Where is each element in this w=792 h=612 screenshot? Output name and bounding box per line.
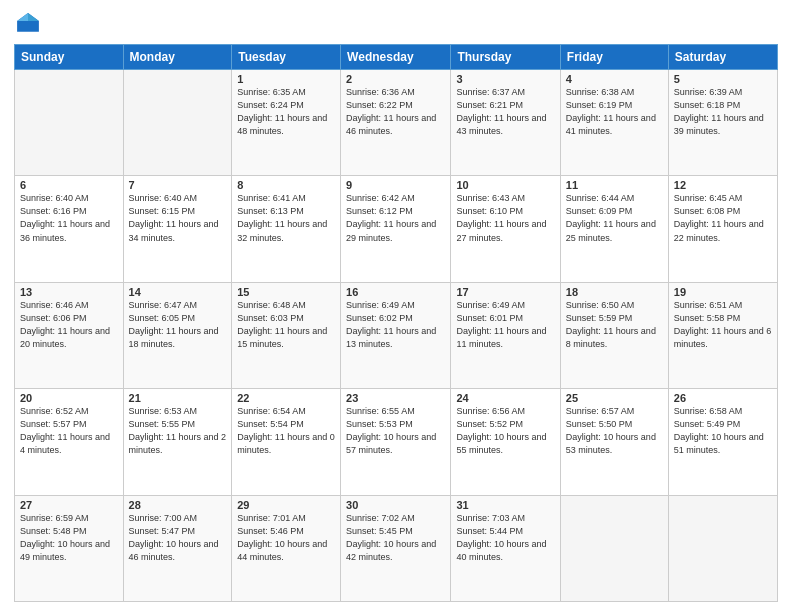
day-info: Sunrise: 6:41 AMSunset: 6:13 PMDaylight:… [237, 192, 335, 244]
day-cell: 23Sunrise: 6:55 AMSunset: 5:53 PMDayligh… [341, 389, 451, 495]
day-number: 27 [20, 499, 118, 511]
day-number: 4 [566, 73, 663, 85]
day-number: 30 [346, 499, 445, 511]
day-cell: 18Sunrise: 6:50 AMSunset: 5:59 PMDayligh… [560, 282, 668, 388]
day-info: Sunrise: 6:49 AMSunset: 6:02 PMDaylight:… [346, 299, 445, 351]
weekday-header-wednesday: Wednesday [341, 45, 451, 70]
day-info: Sunrise: 6:37 AMSunset: 6:21 PMDaylight:… [456, 86, 554, 138]
day-cell [560, 495, 668, 601]
day-info: Sunrise: 6:40 AMSunset: 6:16 PMDaylight:… [20, 192, 118, 244]
day-info: Sunrise: 6:55 AMSunset: 5:53 PMDaylight:… [346, 405, 445, 457]
day-number: 25 [566, 392, 663, 404]
day-info: Sunrise: 6:58 AMSunset: 5:49 PMDaylight:… [674, 405, 772, 457]
day-cell: 27Sunrise: 6:59 AMSunset: 5:48 PMDayligh… [15, 495, 124, 601]
day-number: 2 [346, 73, 445, 85]
day-number: 21 [129, 392, 227, 404]
day-number: 31 [456, 499, 554, 511]
week-row-2: 6Sunrise: 6:40 AMSunset: 6:16 PMDaylight… [15, 176, 778, 282]
day-number: 1 [237, 73, 335, 85]
day-info: Sunrise: 6:40 AMSunset: 6:15 PMDaylight:… [129, 192, 227, 244]
day-cell: 30Sunrise: 7:02 AMSunset: 5:45 PMDayligh… [341, 495, 451, 601]
day-info: Sunrise: 6:48 AMSunset: 6:03 PMDaylight:… [237, 299, 335, 351]
day-cell: 12Sunrise: 6:45 AMSunset: 6:08 PMDayligh… [668, 176, 777, 282]
weekday-header-tuesday: Tuesday [232, 45, 341, 70]
day-number: 23 [346, 392, 445, 404]
day-cell: 25Sunrise: 6:57 AMSunset: 5:50 PMDayligh… [560, 389, 668, 495]
day-cell: 1Sunrise: 6:35 AMSunset: 6:24 PMDaylight… [232, 70, 341, 176]
day-number: 9 [346, 179, 445, 191]
day-cell: 5Sunrise: 6:39 AMSunset: 6:18 PMDaylight… [668, 70, 777, 176]
day-info: Sunrise: 7:00 AMSunset: 5:47 PMDaylight:… [129, 512, 227, 564]
day-number: 22 [237, 392, 335, 404]
day-info: Sunrise: 6:42 AMSunset: 6:12 PMDaylight:… [346, 192, 445, 244]
week-row-5: 27Sunrise: 6:59 AMSunset: 5:48 PMDayligh… [15, 495, 778, 601]
day-number: 3 [456, 73, 554, 85]
svg-marker-2 [17, 13, 28, 21]
day-number: 29 [237, 499, 335, 511]
svg-marker-1 [28, 13, 39, 21]
day-number: 5 [674, 73, 772, 85]
day-info: Sunrise: 6:36 AMSunset: 6:22 PMDaylight:… [346, 86, 445, 138]
day-info: Sunrise: 6:39 AMSunset: 6:18 PMDaylight:… [674, 86, 772, 138]
day-cell: 8Sunrise: 6:41 AMSunset: 6:13 PMDaylight… [232, 176, 341, 282]
day-cell: 7Sunrise: 6:40 AMSunset: 6:15 PMDaylight… [123, 176, 232, 282]
day-info: Sunrise: 6:49 AMSunset: 6:01 PMDaylight:… [456, 299, 554, 351]
day-cell: 26Sunrise: 6:58 AMSunset: 5:49 PMDayligh… [668, 389, 777, 495]
day-number: 12 [674, 179, 772, 191]
day-cell: 2Sunrise: 6:36 AMSunset: 6:22 PMDaylight… [341, 70, 451, 176]
day-number: 7 [129, 179, 227, 191]
day-cell: 24Sunrise: 6:56 AMSunset: 5:52 PMDayligh… [451, 389, 560, 495]
day-cell: 9Sunrise: 6:42 AMSunset: 6:12 PMDaylight… [341, 176, 451, 282]
day-number: 11 [566, 179, 663, 191]
day-cell: 10Sunrise: 6:43 AMSunset: 6:10 PMDayligh… [451, 176, 560, 282]
day-number: 6 [20, 179, 118, 191]
day-info: Sunrise: 6:57 AMSunset: 5:50 PMDaylight:… [566, 405, 663, 457]
day-info: Sunrise: 6:38 AMSunset: 6:19 PMDaylight:… [566, 86, 663, 138]
day-info: Sunrise: 6:54 AMSunset: 5:54 PMDaylight:… [237, 405, 335, 457]
day-number: 24 [456, 392, 554, 404]
day-number: 16 [346, 286, 445, 298]
day-cell: 22Sunrise: 6:54 AMSunset: 5:54 PMDayligh… [232, 389, 341, 495]
day-cell: 29Sunrise: 7:01 AMSunset: 5:46 PMDayligh… [232, 495, 341, 601]
day-info: Sunrise: 6:50 AMSunset: 5:59 PMDaylight:… [566, 299, 663, 351]
day-info: Sunrise: 6:35 AMSunset: 6:24 PMDaylight:… [237, 86, 335, 138]
calendar: SundayMondayTuesdayWednesdayThursdayFrid… [14, 44, 778, 602]
weekday-header-row: SundayMondayTuesdayWednesdayThursdayFrid… [15, 45, 778, 70]
day-cell: 11Sunrise: 6:44 AMSunset: 6:09 PMDayligh… [560, 176, 668, 282]
day-cell: 13Sunrise: 6:46 AMSunset: 6:06 PMDayligh… [15, 282, 124, 388]
day-cell: 6Sunrise: 6:40 AMSunset: 6:16 PMDaylight… [15, 176, 124, 282]
day-cell: 14Sunrise: 6:47 AMSunset: 6:05 PMDayligh… [123, 282, 232, 388]
day-number: 15 [237, 286, 335, 298]
day-info: Sunrise: 6:53 AMSunset: 5:55 PMDaylight:… [129, 405, 227, 457]
day-cell [668, 495, 777, 601]
day-number: 20 [20, 392, 118, 404]
day-cell [123, 70, 232, 176]
day-info: Sunrise: 6:51 AMSunset: 5:58 PMDaylight:… [674, 299, 772, 351]
week-row-3: 13Sunrise: 6:46 AMSunset: 6:06 PMDayligh… [15, 282, 778, 388]
day-info: Sunrise: 7:02 AMSunset: 5:45 PMDaylight:… [346, 512, 445, 564]
day-cell: 4Sunrise: 6:38 AMSunset: 6:19 PMDaylight… [560, 70, 668, 176]
day-number: 13 [20, 286, 118, 298]
weekday-header-friday: Friday [560, 45, 668, 70]
weekday-header-sunday: Sunday [15, 45, 124, 70]
week-row-1: 1Sunrise: 6:35 AMSunset: 6:24 PMDaylight… [15, 70, 778, 176]
day-cell: 19Sunrise: 6:51 AMSunset: 5:58 PMDayligh… [668, 282, 777, 388]
logo [14, 10, 46, 38]
day-number: 26 [674, 392, 772, 404]
day-cell: 15Sunrise: 6:48 AMSunset: 6:03 PMDayligh… [232, 282, 341, 388]
day-cell: 21Sunrise: 6:53 AMSunset: 5:55 PMDayligh… [123, 389, 232, 495]
header [14, 10, 778, 38]
weekday-header-monday: Monday [123, 45, 232, 70]
logo-icon [14, 10, 42, 38]
day-info: Sunrise: 6:56 AMSunset: 5:52 PMDaylight:… [456, 405, 554, 457]
day-number: 14 [129, 286, 227, 298]
day-info: Sunrise: 6:46 AMSunset: 6:06 PMDaylight:… [20, 299, 118, 351]
day-cell: 17Sunrise: 6:49 AMSunset: 6:01 PMDayligh… [451, 282, 560, 388]
day-cell: 20Sunrise: 6:52 AMSunset: 5:57 PMDayligh… [15, 389, 124, 495]
day-cell: 16Sunrise: 6:49 AMSunset: 6:02 PMDayligh… [341, 282, 451, 388]
weekday-header-saturday: Saturday [668, 45, 777, 70]
day-info: Sunrise: 7:03 AMSunset: 5:44 PMDaylight:… [456, 512, 554, 564]
day-info: Sunrise: 6:43 AMSunset: 6:10 PMDaylight:… [456, 192, 554, 244]
day-number: 19 [674, 286, 772, 298]
day-info: Sunrise: 7:01 AMSunset: 5:46 PMDaylight:… [237, 512, 335, 564]
